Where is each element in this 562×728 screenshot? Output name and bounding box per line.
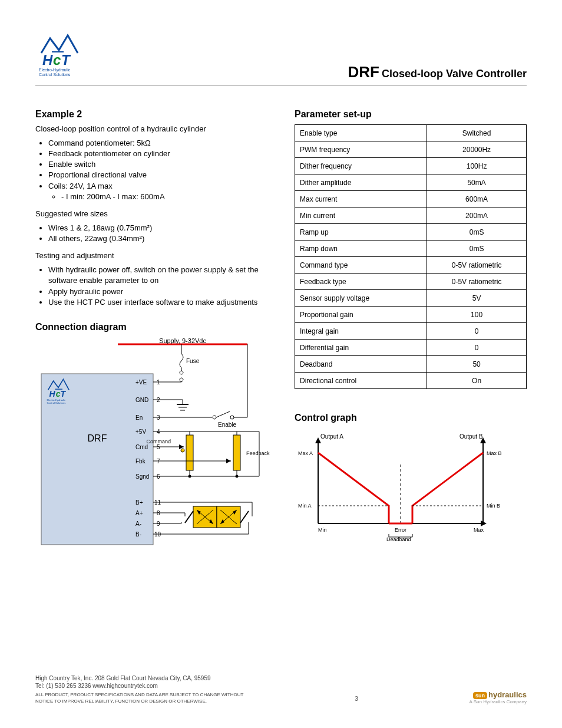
svg-text:T: T <box>61 52 71 68</box>
footer-addr-line1: High Country Tek, Inc. 208 Gold Flat Cou… <box>35 674 243 682</box>
svg-text:En: En <box>135 414 143 421</box>
svg-text:Output A: Output A <box>320 433 343 440</box>
wire-sizes-title: Suggested wire sizes <box>35 209 271 219</box>
svg-text:Min A: Min A <box>298 503 312 509</box>
svg-text:Max B: Max B <box>487 450 502 456</box>
connection-title: Connection diagram <box>35 322 271 332</box>
svg-point-52 <box>230 416 234 419</box>
table-cell: Dither amplitude <box>295 174 427 191</box>
hct-logo: H c T Electro-Hydraulic Control Solution… <box>35 32 88 81</box>
table-row: Min current200mA <box>295 207 527 224</box>
list-item: Proportional directional valve <box>48 170 271 180</box>
table-cell: Enable type <box>295 125 427 141</box>
table-cell: Min current <box>295 207 427 224</box>
page-footer: High Country Tek, Inc. 208 Gold Flat Cou… <box>35 674 527 704</box>
table-row: Deadband50 <box>295 356 527 373</box>
svg-text:H: H <box>49 389 56 398</box>
svg-text:Cmd: Cmd <box>135 444 148 450</box>
table-cell: Proportional gain <box>295 307 427 323</box>
svg-text:A-: A- <box>135 521 141 527</box>
svg-text:+VE: +VE <box>135 379 147 386</box>
svg-text:+5V: +5V <box>135 429 146 435</box>
svg-text:Fbk: Fbk <box>135 458 146 465</box>
svg-text:Feedback: Feedback <box>246 450 270 456</box>
list-item: With hydraulic power off, switch on the … <box>48 265 271 286</box>
footer-addr-line2: Tel: (1) 530 265 3236 www.highcountrytek… <box>35 682 243 690</box>
table-cell: 0mS <box>427 224 527 241</box>
svg-point-50 <box>213 416 216 419</box>
table-cell: Deadband <box>295 356 427 373</box>
table-cell: 20000Hz <box>427 141 527 158</box>
table-cell: On <box>427 373 527 389</box>
svg-point-62 <box>181 449 184 452</box>
sun-icon: sun <box>473 692 487 699</box>
table-cell: Integral gain <box>295 323 427 340</box>
list-item: Coils: 24V, 1A max- I min: 200mA - I max… <box>48 181 271 202</box>
svg-text:Control Solutions: Control Solutions <box>39 73 71 77</box>
svg-text:Enable: Enable <box>218 421 237 428</box>
table-row: Command type0-5V ratiometric <box>295 257 527 274</box>
svg-line-84 <box>185 511 193 523</box>
svg-text:Max A: Max A <box>298 450 313 456</box>
table-cell: 50mA <box>427 174 527 191</box>
title-desc: Closed-loop Valve Controller <box>382 68 527 80</box>
svg-rect-64 <box>233 435 240 470</box>
table-cell: Command type <box>295 257 427 274</box>
table-row: Directional controlOn <box>295 373 527 389</box>
table-row: Ramp down0mS <box>295 241 527 257</box>
svg-rect-57 <box>186 435 193 470</box>
table-cell: 200mA <box>427 207 527 224</box>
table-cell: Sensor supply voltage <box>295 290 427 307</box>
table-row: Enable typeSwitched <box>295 125 527 141</box>
table-cell: 5V <box>427 290 527 307</box>
table-cell: Max current <box>295 191 427 207</box>
table-row: Feedback type0-5V ratiometric <box>295 274 527 290</box>
connection-diagram: Supply, 9-32Vdc H c T Electro-Hydraulic … <box>35 338 271 552</box>
svg-text:A+: A+ <box>135 510 143 516</box>
sun-sub: A Sun Hydraulics Company <box>470 699 527 704</box>
table-row: Sensor supply voltage5V <box>295 290 527 307</box>
svg-text:Sgnd: Sgnd <box>135 473 149 480</box>
svg-point-40 <box>180 378 183 381</box>
table-cell: Dither frequency <box>295 158 427 174</box>
svg-text:Command: Command <box>146 439 171 444</box>
testing-title: Testing and adjustment <box>35 251 271 261</box>
svg-text:B+: B+ <box>135 499 143 506</box>
testing-list: With hydraulic power off, switch on the … <box>35 265 271 308</box>
table-cell: Ramp up <box>295 224 427 241</box>
svg-line-85 <box>240 511 249 523</box>
svg-text:c: c <box>56 389 61 398</box>
table-cell: 600mA <box>427 191 527 207</box>
page-header: H c T Electro-Hydraulic Control Solution… <box>35 32 527 85</box>
graph-title: Control graph <box>295 413 527 423</box>
list-item: Apply hydraulic power <box>48 286 271 297</box>
wire-list: Wires 1 & 2, 18awg (0.75mm²)All others, … <box>35 223 271 244</box>
params-title: Parameter set-up <box>295 109 527 120</box>
example2-list: Command potentiometer: 5kΩFeedback poten… <box>35 138 271 202</box>
table-cell: 50 <box>427 356 527 373</box>
table-cell: Differential gain <box>295 340 427 356</box>
svg-text:Max: Max <box>474 527 484 533</box>
table-row: Dither amplitude50mA <box>295 174 527 191</box>
table-cell: 0mS <box>427 241 527 257</box>
list-item: Wires 1 & 2, 18awg (0.75mm²) <box>48 223 271 233</box>
list-item: Feedback potentiometer on cylinder <box>48 149 271 159</box>
svg-text:GND: GND <box>135 397 148 403</box>
control-graph: Output A Output B Max A Min A Max B Min … <box>295 429 527 549</box>
table-row: Max current600mA <box>295 191 527 207</box>
list-item: All others, 22awg (0.34mm²) <box>48 233 271 244</box>
footer-disclaimer1: ALL PRODUCT, PRODUCT SPECIFICATIONS AND … <box>35 692 243 698</box>
table-row: Dither frequency100Hz <box>295 158 527 174</box>
footer-disclaimer2: NOTICE TO IMPROVE RELIABILITY, FUNCTION … <box>35 699 243 704</box>
table-cell: Feedback type <box>295 274 427 290</box>
table-row: Proportional gain100 <box>295 307 527 323</box>
svg-point-72 <box>236 475 239 477</box>
table-cell: Ramp down <box>295 241 427 257</box>
svg-text:c: c <box>53 52 61 68</box>
svg-text:Control Solutions: Control Solutions <box>47 401 65 404</box>
svg-text:B-: B- <box>135 531 141 538</box>
svg-text:Min: Min <box>318 527 327 533</box>
footer-address: High Country Tek, Inc. 208 Gold Flat Cou… <box>35 674 243 704</box>
svg-text:T: T <box>61 389 67 398</box>
params-table: Enable typeSwitchedPWM frequency20000HzD… <box>295 124 527 389</box>
